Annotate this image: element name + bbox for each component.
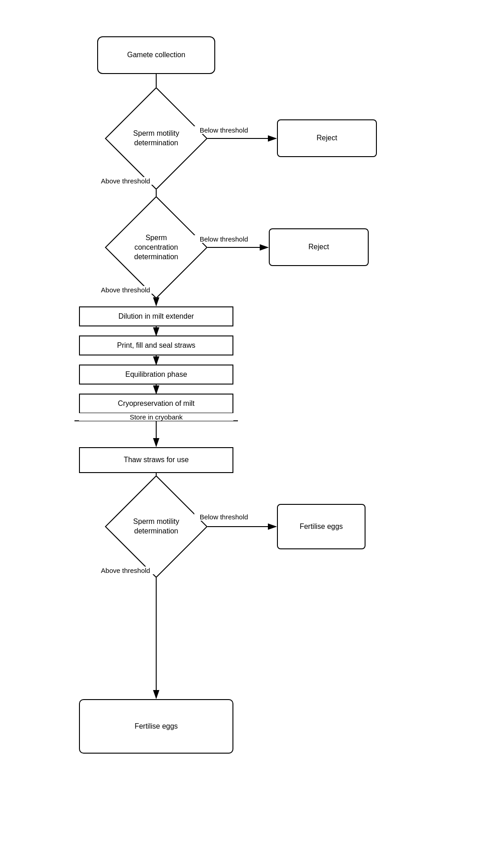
- gamete-collection-label: Gamete collection: [127, 50, 185, 60]
- fertilise-eggs-1-box: Fertilise eggs: [277, 504, 366, 549]
- gamete-collection-box: Gamete collection: [97, 36, 215, 74]
- sperm-motility-1-container: Sperm motility determination: [120, 102, 193, 175]
- thaw-straws-box: Thaw straws for use: [79, 447, 233, 473]
- below-threshold-1-label: Below threshold: [194, 126, 253, 134]
- reject-2-box: Reject: [269, 228, 369, 266]
- reject-1-label: Reject: [316, 133, 337, 143]
- equilibration-label: Equilibration phase: [125, 370, 187, 380]
- flowchart: Gamete collection Sperm motility determi…: [0, 0, 504, 868]
- thaw-straws-label: Thaw straws for use: [124, 455, 188, 465]
- above-threshold-1-label: Above threshold: [93, 177, 158, 185]
- sperm-concentration-container: Sperm concentration determination: [120, 211, 193, 284]
- dilution-label: Dilution in milt extender: [119, 312, 194, 321]
- store-cryobank-label: Store in cryobank: [79, 413, 233, 421]
- sperm-motility-2-container: Sperm motility determination: [120, 490, 193, 563]
- sperm-motility-1-label: Sperm motility determination: [129, 129, 183, 148]
- sperm-concentration-label: Sperm concentration determination: [129, 233, 183, 261]
- sperm-concentration-diamond: Sperm concentration determination: [105, 196, 208, 299]
- above-threshold-2-label: Above threshold: [93, 286, 158, 294]
- fertilise-eggs-2-box: Fertilise eggs: [79, 699, 233, 754]
- below-threshold-3-label: Below threshold: [194, 513, 253, 521]
- sperm-motility-1-diamond: Sperm motility determination: [105, 87, 208, 190]
- reject-1-box: Reject: [277, 119, 377, 157]
- fertilise-eggs-2-label: Fertilise eggs: [134, 722, 178, 731]
- print-fill-label: Print, fill and seal straws: [117, 341, 196, 350]
- sperm-motility-2-diamond: Sperm motility determination: [105, 475, 208, 578]
- equilibration-box: Equilibration phase: [79, 365, 233, 385]
- sperm-motility-2-label: Sperm motility determination: [129, 517, 183, 536]
- fertilise-eggs-1-label: Fertilise eggs: [300, 522, 343, 532]
- cryopreservation-label: Cryopreservation of milt: [118, 399, 195, 409]
- reject-2-label: Reject: [308, 242, 329, 252]
- print-fill-box: Print, fill and seal straws: [79, 335, 233, 355]
- below-threshold-2-label: Below threshold: [194, 235, 253, 243]
- above-threshold-3-label: Above threshold: [93, 567, 158, 574]
- dilution-box: Dilution in milt extender: [79, 306, 233, 326]
- cryopreservation-box: Cryopreservation of milt: [79, 394, 233, 414]
